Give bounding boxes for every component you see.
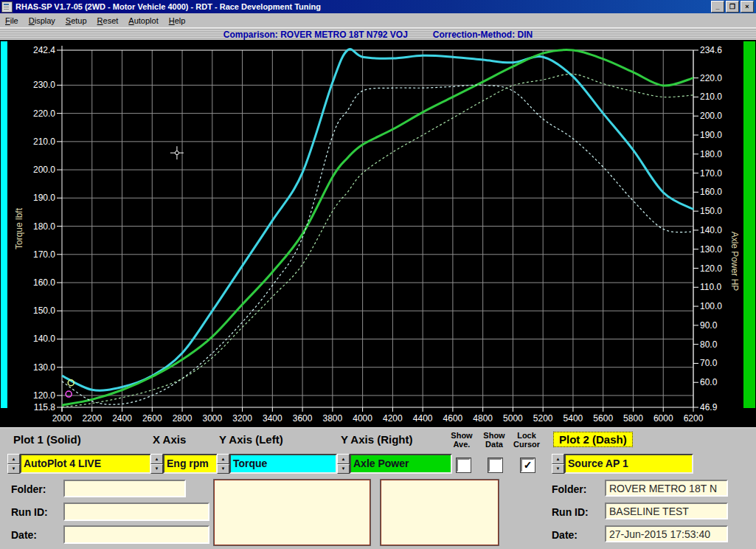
restore-icon: ❐ <box>729 4 735 10</box>
svg-text:130.0: 130.0 <box>700 244 722 255</box>
svg-text:2000: 2000 <box>52 413 72 424</box>
lock-cursor-label: LockCursor <box>509 431 544 449</box>
correction-method-text: Correction-Method: DIN <box>433 30 533 40</box>
spin-up-icon[interactable]: ▲ <box>217 454 229 464</box>
folder-input-left[interactable] <box>63 480 186 497</box>
series-axle-power-plot-2-dash- <box>62 74 693 407</box>
lock-cursor-checkbox[interactable]: ✓ <box>521 458 535 472</box>
show-ave-checkbox[interactable] <box>457 458 471 472</box>
menu-help[interactable]: Help <box>164 15 191 27</box>
svg-text:3600: 3600 <box>293 413 313 424</box>
close-button[interactable]: × <box>741 1 754 13</box>
y-right-field[interactable]: Axle Power <box>350 454 452 474</box>
svg-text:4200: 4200 <box>383 413 403 424</box>
date-label-right: Date: <box>552 529 578 541</box>
svg-text:160.0: 160.0 <box>700 187 722 197</box>
menu-autoplot[interactable]: Autoplot <box>123 15 163 27</box>
comparison-text: Comparison: ROVER METRO 18T N792 VOJ <box>223 30 408 40</box>
x-axis-field[interactable]: Eng rpm <box>163 454 218 474</box>
svg-text:3400: 3400 <box>263 413 282 424</box>
y-right-spinner[interactable]: ▲ ▼ <box>337 454 350 474</box>
show-data-checkbox[interactable] <box>488 458 502 472</box>
svg-text:115.8: 115.8 <box>34 402 55 412</box>
spin-down-icon[interactable]: ▼ <box>337 464 350 474</box>
plot1-spinner[interactable]: ▲ ▼ <box>7 454 20 474</box>
menu-file[interactable]: File <box>0 15 24 27</box>
notes-box-2[interactable] <box>381 480 499 545</box>
svg-text:150.0: 150.0 <box>700 206 722 216</box>
plot1-source-field[interactable]: AutoPlot 4 LIVE <box>20 454 151 474</box>
svg-text:210.0: 210.0 <box>700 92 722 102</box>
run-id-label-right: Run ID: <box>552 506 589 518</box>
date-input-right[interactable]: 27-Jun-2015 17:53:40 <box>605 525 728 542</box>
menu-reset[interactable]: Reset <box>92 15 124 27</box>
svg-text:190.0: 190.0 <box>33 193 55 203</box>
svg-text:140.0: 140.0 <box>33 334 55 344</box>
restore-button[interactable]: ❐ <box>726 1 739 13</box>
svg-text:210.0: 210.0 <box>33 137 55 147</box>
svg-text:5800: 5800 <box>623 413 643 424</box>
svg-text:180.0: 180.0 <box>33 221 55 232</box>
menu-setup[interactable]: Setup <box>60 15 92 27</box>
svg-text:5600: 5600 <box>593 413 613 424</box>
svg-text:4000: 4000 <box>353 413 372 424</box>
plot2-source-field[interactable]: Source AP 1 <box>564 454 693 474</box>
spin-up-icon[interactable]: ▲ <box>7 454 20 464</box>
svg-text:80.0: 80.0 <box>700 339 718 350</box>
series-torque-plot-2-dash- <box>62 85 693 404</box>
svg-text:180.0: 180.0 <box>700 149 722 159</box>
svg-text:150.0: 150.0 <box>33 305 55 316</box>
spin-up-icon[interactable]: ▲ <box>150 454 163 464</box>
svg-text:6200: 6200 <box>684 413 704 424</box>
titlebar: RHAS-SP V1.7-05 (2WD - Motor Vehicle 400… <box>0 0 756 13</box>
run-id-input-right[interactable]: BASELINE TEST <box>605 503 728 519</box>
y-axis-left-label: Y Axis (Left) <box>219 433 283 446</box>
svg-text:3000: 3000 <box>202 413 222 424</box>
svg-text:2200: 2200 <box>82 413 102 424</box>
plot1-label: Plot 1 (Solid) <box>13 433 81 446</box>
svg-text:160.0: 160.0 <box>33 277 55 288</box>
plot2-spinner[interactable]: ▲ ▼ <box>552 454 564 474</box>
svg-text:220.0: 220.0 <box>33 108 55 119</box>
date-input-left[interactable] <box>63 525 209 544</box>
spin-down-icon[interactable]: ▼ <box>217 464 229 474</box>
svg-text:4800: 4800 <box>473 413 493 424</box>
svg-text:6000: 6000 <box>653 413 673 424</box>
y-left-field[interactable]: Torque <box>229 454 337 474</box>
spin-down-icon[interactable]: ▼ <box>150 464 163 474</box>
svg-text:5400: 5400 <box>563 413 583 424</box>
svg-text:70.0: 70.0 <box>700 358 718 368</box>
svg-text:242.4: 242.4 <box>33 45 55 55</box>
minimize-button[interactable]: _ <box>711 1 724 13</box>
folder-label-right: Folder: <box>552 483 586 495</box>
svg-text:3200: 3200 <box>232 413 252 424</box>
notes-box-1[interactable] <box>214 480 370 545</box>
x-axis-spinner[interactable]: ▲ ▼ <box>150 454 163 474</box>
date-label-left: Date: <box>11 529 37 541</box>
svg-text:120.0: 120.0 <box>700 263 722 274</box>
svg-text:4600: 4600 <box>443 413 463 424</box>
spin-down-icon[interactable]: ▼ <box>7 464 20 474</box>
svg-text:2600: 2600 <box>142 413 162 424</box>
spin-up-icon[interactable]: ▲ <box>552 454 564 464</box>
chart-area: 242.4230.0220.0210.0200.0190.0180.0170.0… <box>0 40 756 427</box>
spin-down-icon[interactable]: ▼ <box>552 464 564 474</box>
svg-text:5200: 5200 <box>533 413 553 424</box>
svg-text:140.0: 140.0 <box>700 225 722 235</box>
folder-input-right[interactable]: ROVER METRO 18T N <box>605 480 728 497</box>
svg-text:220.0: 220.0 <box>700 73 722 83</box>
app-icon <box>1 1 13 13</box>
y-axis-right-label: Y Axis (Right) <box>341 433 413 446</box>
svg-text:170.0: 170.0 <box>700 168 722 179</box>
series-axle-power-plot-1-solid- <box>62 50 693 406</box>
spin-up-icon[interactable]: ▲ <box>337 454 350 464</box>
lock-marker-plot2 <box>66 391 72 397</box>
menu-display[interactable]: Display <box>24 15 60 27</box>
svg-text:60.0: 60.0 <box>700 377 718 387</box>
svg-text:234.6: 234.6 <box>700 45 722 55</box>
run-id-label-left: Run ID: <box>11 506 48 518</box>
y-left-spinner[interactable]: ▲ ▼ <box>217 454 229 474</box>
run-id-input-left[interactable] <box>63 503 209 521</box>
dyno-chart[interactable]: 242.4230.0220.0210.0200.0190.0180.0170.0… <box>0 40 756 427</box>
svg-text:190.0: 190.0 <box>700 130 722 140</box>
